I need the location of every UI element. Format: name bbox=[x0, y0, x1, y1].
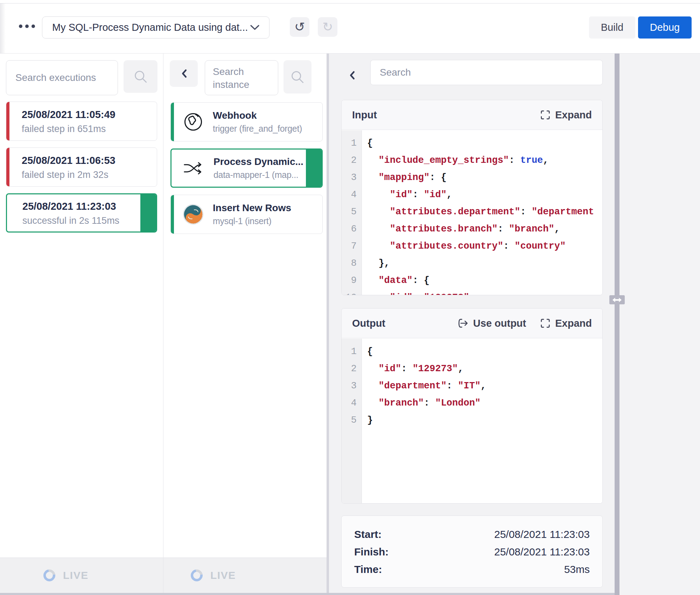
code-line: 3 "mapping": { bbox=[342, 169, 602, 186]
search-icon bbox=[290, 69, 305, 85]
summary-row: Start:25/08/2021 11:23:03 bbox=[354, 526, 590, 543]
input-section-card: Input Expand 1{2 "include_empty_strings"… bbox=[341, 100, 603, 295]
summary-value: 25/08/2021 11:23:03 bbox=[494, 546, 590, 558]
panel-divider bbox=[615, 53, 620, 595]
workflow-name: My SQL-Process Dynamic Data using dat... bbox=[52, 22, 248, 33]
instance-search-button[interactable] bbox=[284, 60, 312, 94]
executions-panel: 25/08/2021 11:05:49failed step in 651ms2… bbox=[0, 53, 163, 595]
code-line: 5} bbox=[342, 411, 602, 429]
steps-live-toggle[interactable]: LIVE bbox=[163, 558, 329, 593]
search-icon bbox=[133, 69, 148, 84]
code-line: 10 "id": "129273" bbox=[342, 289, 602, 295]
step-text: Process Dynamic...data-mapper-1 (map... bbox=[214, 156, 303, 180]
chevron-down-icon bbox=[250, 25, 259, 30]
summary-label: Time: bbox=[354, 563, 382, 575]
workflow-debugger-app: My SQL-Process Dynamic Data using dat...… bbox=[0, 0, 700, 595]
code-text: "id": "129273", bbox=[362, 364, 463, 374]
line-number: 3 bbox=[342, 172, 362, 183]
code-text: { bbox=[362, 346, 373, 357]
line-number: 8 bbox=[342, 258, 362, 269]
summary-value: 25/08/2021 11:23:03 bbox=[494, 528, 590, 540]
code-text: }, bbox=[362, 258, 390, 269]
bottom-edge bbox=[0, 593, 615, 595]
execution-summary-card: Start:25/08/2021 11:23:03Finish:25/08/20… bbox=[341, 516, 603, 588]
code-line: 2 "include_empty_strings": true, bbox=[342, 152, 602, 169]
use-output-label: Use output bbox=[473, 318, 526, 329]
line-number: 5 bbox=[342, 207, 362, 217]
execution-status: successful in 2s 115ms bbox=[22, 215, 156, 226]
workflow-selector-dropdown[interactable]: My SQL-Process Dynamic Data using dat... bbox=[42, 16, 270, 39]
live-spinner-icon bbox=[41, 567, 57, 583]
undo-button[interactable]: ↺ bbox=[290, 17, 309, 37]
step-detail-panel: Input Expand 1{2 "include_empty_strings"… bbox=[329, 53, 615, 595]
execution-item[interactable]: 25/08/2021 11:23:03successful in 2s 115m… bbox=[6, 193, 157, 233]
input-section-header: Input Expand bbox=[342, 100, 602, 130]
panel-resize-handle[interactable] bbox=[609, 295, 625, 304]
summary-row: Finish:25/08/2021 11:23:03 bbox=[354, 543, 590, 561]
line-number: 3 bbox=[342, 381, 362, 391]
code-line: 1{ bbox=[342, 134, 602, 152]
expand-icon bbox=[540, 318, 551, 328]
code-line: 4 "id": "id", bbox=[342, 186, 602, 203]
right-gutter bbox=[620, 53, 700, 595]
output-expand-button[interactable]: Expand bbox=[540, 318, 592, 329]
code-line: 7 "attributes.country": "country" bbox=[342, 237, 602, 255]
detail-search-input[interactable] bbox=[370, 60, 603, 85]
execution-status: failed step in 2m 32s bbox=[22, 169, 157, 180]
use-output-button[interactable]: Use output bbox=[457, 318, 526, 329]
redo-button[interactable]: ↻ bbox=[318, 17, 337, 37]
code-text: "mapping": { bbox=[362, 172, 447, 183]
code-text: { bbox=[362, 138, 373, 148]
more-menu-button[interactable] bbox=[19, 25, 35, 28]
instance-search-input[interactable]: Search instance bbox=[205, 60, 278, 95]
step-item[interactable]: Insert New Rowsmysql-1 (insert) bbox=[170, 195, 323, 234]
chevron-left-icon bbox=[349, 71, 355, 80]
executions-search-button[interactable] bbox=[124, 60, 158, 93]
code-text: "attributes.branch": "branch", bbox=[362, 224, 560, 234]
code-text: "include_empty_strings": true, bbox=[362, 155, 549, 166]
code-line: 6 "attributes.branch": "branch", bbox=[342, 220, 602, 237]
instance-search-placeholder: Search instance bbox=[213, 65, 270, 91]
code-text: "data": { bbox=[362, 275, 429, 286]
mysql-icon bbox=[182, 204, 204, 225]
summary-value: 53ms bbox=[564, 563, 590, 575]
line-number: 4 bbox=[342, 189, 362, 200]
steps-list: Webhooktrigger (fire_and_forget)Process … bbox=[170, 102, 323, 234]
code-text: "id": "id", bbox=[362, 189, 452, 200]
input-code-viewer[interactable]: 1{2 "include_empty_strings": true,3 "map… bbox=[342, 130, 602, 295]
line-number: 1 bbox=[342, 138, 362, 148]
code-line: 1{ bbox=[342, 343, 602, 360]
line-number: 10 bbox=[342, 292, 362, 295]
output-code-viewer[interactable]: 1{2 "id": "129273",3 "department": "IT",… bbox=[342, 339, 602, 503]
execution-status: failed step in 651ms bbox=[22, 124, 157, 134]
code-text: "attributes.country": "country" bbox=[362, 241, 566, 251]
build-button[interactable]: Build bbox=[589, 16, 635, 39]
detail-back-button[interactable] bbox=[348, 69, 356, 81]
summary-row: Time:53ms bbox=[354, 561, 590, 578]
executions-live-toggle[interactable]: LIVE bbox=[0, 558, 163, 593]
live-label: LIVE bbox=[63, 569, 89, 581]
execution-item[interactable]: 25/08/2021 11:06:53failed step in 2m 32s bbox=[6, 147, 157, 187]
step-item[interactable]: Webhooktrigger (fire_and_forget) bbox=[170, 102, 323, 141]
shuffle-icon bbox=[183, 160, 205, 176]
debug-button[interactable]: Debug bbox=[638, 16, 692, 39]
input-expand-button[interactable]: Expand bbox=[540, 109, 592, 121]
line-number: 2 bbox=[342, 155, 362, 166]
executions-search-input[interactable] bbox=[6, 60, 118, 95]
line-number: 9 bbox=[342, 275, 362, 286]
code-text: "branch": "London" bbox=[362, 398, 481, 408]
step-subtitle: mysql-1 (insert) bbox=[213, 216, 291, 226]
execution-item[interactable]: 25/08/2021 11:05:49failed step in 651ms bbox=[6, 102, 157, 141]
line-number: 2 bbox=[342, 364, 362, 374]
line-number: 6 bbox=[342, 224, 362, 234]
code-line: 5 "attributes.department": "department bbox=[342, 203, 602, 220]
summary-label: Start: bbox=[354, 528, 382, 540]
step-title: Process Dynamic... bbox=[214, 156, 303, 167]
step-title: Insert New Rows bbox=[213, 202, 291, 214]
execution-timestamp: 25/08/2021 11:23:03 bbox=[22, 201, 156, 212]
expand-icon bbox=[540, 110, 551, 120]
output-section-title: Output bbox=[352, 318, 385, 329]
line-number: 4 bbox=[342, 398, 362, 408]
steps-back-button[interactable] bbox=[170, 60, 198, 87]
step-item[interactable]: Process Dynamic...data-mapper-1 (map... bbox=[170, 148, 323, 188]
